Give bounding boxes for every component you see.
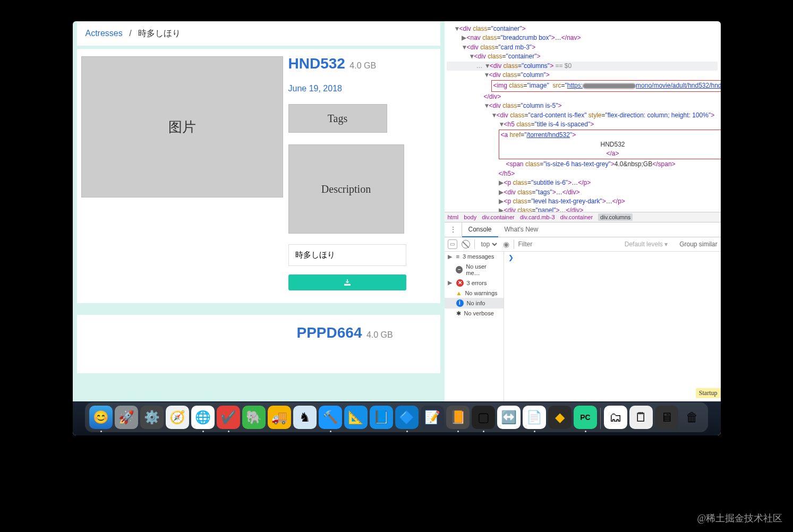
teamviewer-icon[interactable]: ↔️ [497, 406, 521, 429]
eye-icon[interactable]: ◉ [503, 240, 509, 248]
dom-breadcrumbs[interactable]: htmlbodydiv.containerdiv.card.mb-3div.co… [445, 212, 721, 222]
breadcrumb: Actresses / 時多しほり [77, 22, 440, 46]
drawer-menu-icon[interactable]: ⋮ [445, 222, 462, 236]
tab-whats-new[interactable]: What's New [498, 222, 545, 236]
filter-input[interactable] [518, 241, 620, 248]
elements-tree[interactable]: ▼<div class="container"> ▶<nav class="br… [445, 21, 721, 212]
item-date: June 19, 2018 [288, 84, 431, 93]
levels-select[interactable]: Default levels ▾ [625, 241, 668, 248]
startup-tooltip: Startup [696, 388, 721, 398]
trash-icon[interactable]: 🗑 [680, 406, 704, 429]
tab-console[interactable]: Console [462, 222, 498, 237]
terminal-icon[interactable]: ▢ [472, 406, 495, 429]
tags-placeholder: Tags [288, 104, 387, 133]
pycharm-icon[interactable]: PC [574, 406, 597, 429]
screenshot-frame: Actresses / 時多しほり 图片 HND532 4.0 GB June … [73, 21, 721, 435]
vscode-icon[interactable]: 📝 [421, 406, 444, 429]
group-similar[interactable]: Group similar [679, 241, 717, 248]
devtools-pane[interactable]: ▼<div class="container"> ▶<nav class="br… [445, 21, 721, 435]
app-icon-2[interactable]: 📘 [370, 406, 393, 429]
safari-icon[interactable]: 🧭 [166, 406, 189, 429]
sketch-icon[interactable]: ◆ [548, 406, 572, 429]
image-placeholder: 图片 [81, 56, 283, 198]
item-card: 图片 HND532 4.0 GB June 19, 2018 Tags Desc… [77, 49, 440, 303]
sublime-icon[interactable]: 📙 [446, 406, 470, 429]
context-select[interactable]: top [479, 240, 499, 248]
console-drawer-tabs: ⋮ Console What's New [445, 222, 721, 237]
sidebar-toggle-icon[interactable]: ▭ [448, 239, 457, 249]
breadcrumb-root[interactable]: Actresses [86, 29, 123, 38]
selected-node[interactable]: … ▼<div class="columns"> == $0 [447, 62, 718, 71]
evernote-icon[interactable]: 🐘 [242, 406, 266, 429]
item-title-2[interactable]: PPPD664 [297, 324, 362, 341]
dock-folder-2[interactable]: 🗒 [629, 406, 653, 429]
actress-name: 時多しほり [288, 244, 406, 266]
watermark: @稀土掘金技术社区 [697, 512, 782, 525]
app-icon-1[interactable]: 📐 [344, 406, 368, 429]
chess-icon[interactable]: ♞ [293, 406, 317, 429]
notes-icon[interactable]: 📄 [523, 406, 546, 429]
webpage-pane[interactable]: Actresses / 時多しほり 图片 HND532 4.0 GB June … [73, 21, 445, 435]
macos-dock: 😊 🚀 ⚙️ 🧭 🌐 ✔️ 🐘 🚚 ♞ 🔨 📐 📘 🔷 📝 📙 ▢ ↔️ 📄 ◆… [73, 401, 721, 435]
transmit-icon[interactable]: 🚚 [268, 406, 291, 429]
launchpad-icon[interactable]: 🚀 [115, 406, 138, 429]
settings-icon[interactable]: ⚙️ [140, 406, 164, 429]
dock-folder-1[interactable]: 🗂 [604, 406, 627, 429]
app-icon-3[interactable]: 🔷 [395, 406, 419, 429]
download-button[interactable] [288, 274, 406, 290]
item-size: 4.0 GB [349, 61, 376, 70]
item-title[interactable]: HND532 [288, 55, 345, 72]
download-icon [344, 279, 351, 286]
finder-icon[interactable]: 😊 [89, 406, 113, 429]
clear-console-icon[interactable] [462, 240, 470, 248]
chrome-icon[interactable]: 🌐 [191, 406, 215, 429]
console-toolbar: ▭ top ◉ Default levels ▾ Group similar [445, 237, 721, 252]
description-placeholder: Description [288, 144, 404, 234]
dock-folder-3[interactable]: 🖥 [655, 406, 678, 429]
breadcrumb-current: 時多しほり [138, 29, 181, 38]
item-size-2: 4.0 GB [366, 330, 393, 339]
item-card-2: PPPD664 4.0 GB [77, 315, 440, 373]
xcode-icon[interactable]: 🔨 [319, 406, 342, 429]
breadcrumb-sep: / [129, 29, 131, 38]
wunderlist-icon[interactable]: ✔️ [217, 406, 240, 429]
